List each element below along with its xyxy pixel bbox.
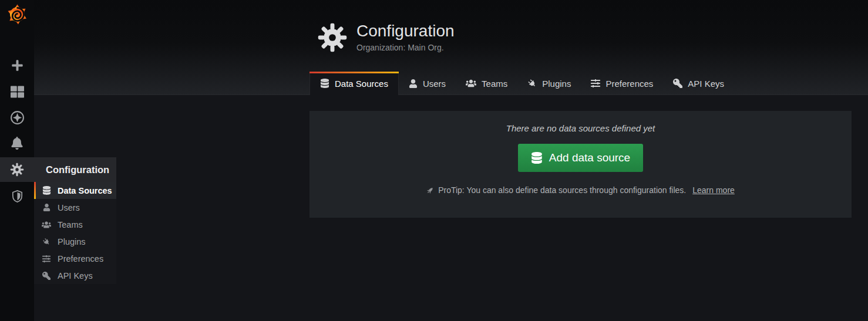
gear-icon — [317, 22, 348, 55]
learn-more-link[interactable]: Learn more — [692, 185, 735, 195]
page-title: Configuration — [356, 21, 455, 41]
sliders-icon — [591, 79, 600, 88]
flyout-item-plugins[interactable]: Plugins — [34, 233, 116, 250]
tab-users[interactable]: Users — [399, 72, 456, 95]
protip-row: ProTip: You can also define data sources… — [426, 185, 735, 195]
flyout-item-label: Teams — [58, 220, 83, 229]
database-icon — [41, 186, 52, 195]
flyout-item-label: Plugins — [58, 237, 86, 246]
shield-icon[interactable] — [0, 183, 34, 209]
user-icon — [409, 79, 418, 88]
page-subtitle: Organization: Main Org. — [356, 43, 455, 52]
flyout-item-teams[interactable]: Teams — [34, 216, 116, 233]
tab-bar: Data Sources Users Teams Plugins Prefere… — [309, 72, 734, 95]
tab-label: Data Sources — [335, 79, 388, 89]
bell-icon[interactable] — [0, 130, 34, 156]
page-header: Configuration Organization: Main Org. Da… — [34, 0, 868, 95]
tab-label: Plugins — [542, 79, 571, 89]
flyout-item-label: API Keys — [58, 271, 93, 281]
tab-plugins[interactable]: Plugins — [517, 72, 581, 95]
config-flyout-menu: Configuration Data Sources Users Teams P… — [34, 157, 116, 284]
database-icon — [320, 79, 329, 88]
plug-icon — [527, 79, 537, 88]
add-data-source-label: Add data source — [549, 151, 630, 164]
empty-datasources-panel: There are no data sources defined yet Ad… — [309, 111, 852, 218]
flyout-item-label: Users — [58, 203, 80, 212]
tab-label: Users — [423, 79, 446, 89]
users-icon — [41, 221, 52, 229]
plug-icon — [41, 238, 52, 246]
tab-label: Preferences — [605, 79, 653, 89]
user-icon — [41, 204, 52, 211]
tab-preferences[interactable]: Preferences — [581, 72, 663, 95]
flyout-item-label: Data Sources — [58, 186, 112, 195]
rocket-icon — [426, 187, 434, 194]
flyout-item-api-keys[interactable]: API Keys — [34, 267, 116, 284]
users-icon — [466, 79, 476, 88]
empty-state-message: There are no data sources defined yet — [506, 123, 655, 133]
add-data-source-button[interactable]: Add data source — [518, 144, 643, 172]
tab-api-keys[interactable]: API Keys — [663, 72, 734, 95]
compass-icon[interactable] — [0, 104, 34, 130]
database-icon — [531, 152, 543, 164]
key-icon — [673, 79, 682, 88]
tab-label: API Keys — [688, 79, 724, 89]
tab-label: Teams — [482, 79, 507, 89]
grafana-logo-icon[interactable] — [0, 1, 34, 27]
flyout-item-label: Preferences — [58, 254, 103, 263]
key-icon — [41, 272, 52, 280]
dashboards-grid-icon[interactable] — [0, 79, 34, 104]
gear-icon[interactable] — [0, 157, 34, 182]
tab-data-sources[interactable]: Data Sources — [309, 72, 399, 95]
flyout-item-users[interactable]: Users — [34, 199, 116, 216]
plus-icon[interactable] — [0, 52, 34, 78]
flyout-item-preferences[interactable]: Preferences — [34, 250, 116, 267]
tab-teams[interactable]: Teams — [456, 72, 517, 95]
protip-text: ProTip: You can also define data sources… — [438, 185, 686, 195]
flyout-title[interactable]: Configuration — [34, 157, 116, 182]
flyout-item-data-sources[interactable]: Data Sources — [34, 182, 116, 199]
sidebar — [0, 0, 34, 321]
sliders-icon — [41, 255, 52, 263]
